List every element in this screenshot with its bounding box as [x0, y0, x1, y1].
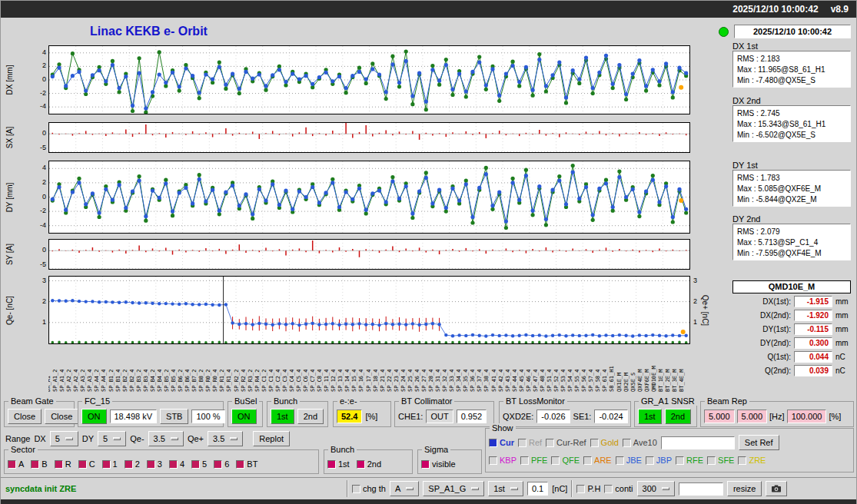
- fc15-kv-value: 18.498 kV: [110, 410, 158, 423]
- sector-2-checkbox[interactable]: [125, 460, 133, 469]
- count-dropdown[interactable]: 300: [637, 481, 675, 496]
- sector-3-checkbox[interactable]: [147, 460, 155, 469]
- bpm-label: SP_B2_2: [122, 369, 128, 392]
- ph-item[interactable]: P.H: [576, 484, 600, 493]
- sector-5-checkbox[interactable]: [191, 460, 200, 469]
- bunch-2nd-item[interactable]: 2nd: [357, 459, 381, 469]
- sector-item-4[interactable]: 4: [169, 459, 184, 469]
- sector-item-b[interactable]: B: [31, 459, 47, 469]
- show-cur-item[interactable]: Cur: [489, 438, 514, 447]
- sector-item-1[interactable]: 1: [102, 459, 118, 469]
- gr-sensor-1st-button[interactable]: 1st: [638, 409, 662, 424]
- gold-checkbox[interactable]: [590, 439, 599, 447]
- cur-ref-checkbox[interactable]: [546, 439, 554, 447]
- sector-b-checkbox[interactable]: [31, 460, 39, 469]
- sector-item-bt[interactable]: BT: [236, 459, 257, 469]
- bunch-select-group: Bunch 1st 2nd: [267, 401, 328, 427]
- resize-button[interactable]: resize: [727, 481, 762, 496]
- chg-th-checkbox[interactable]: [352, 485, 360, 493]
- monitor-row-value: -1.920: [794, 310, 832, 321]
- bunch-2nd-checkbox[interactable]: [357, 460, 365, 469]
- rfe-checkbox[interactable]: [676, 456, 684, 465]
- sector-item-5[interactable]: 5: [191, 459, 207, 469]
- mode-dropdown[interactable]: A: [390, 481, 419, 496]
- sector-item-a[interactable]: A: [8, 459, 24, 469]
- range-dy-dropdown[interactable]: 5: [98, 431, 126, 446]
- sigma-visible-item[interactable]: visible: [421, 459, 456, 469]
- cur-checkbox[interactable]: [489, 439, 497, 447]
- range-qep-dropdown[interactable]: 3.5: [208, 431, 243, 446]
- bunch-1st-item[interactable]: 1st: [327, 459, 350, 469]
- bunch-1st-button[interactable]: 1st: [271, 409, 294, 424]
- show-jbe-item[interactable]: JBE: [616, 456, 642, 465]
- sector-item-2[interactable]: 2: [125, 459, 140, 469]
- are-checkbox[interactable]: [583, 456, 592, 465]
- aux-input[interactable]: [679, 482, 723, 496]
- menu-dash-icon: [65, 437, 73, 440]
- bpm-label: SP_28_4: [428, 369, 434, 392]
- monitor-row: DY(1st): -0.115 mm: [732, 323, 851, 335]
- bpm-label: QMD10E_M: [651, 366, 657, 392]
- jbe-checkbox[interactable]: [616, 456, 624, 465]
- monitor-row-value: 0.039: [794, 365, 832, 376]
- show-cur-ref-item[interactable]: Cur-Ref: [546, 438, 586, 447]
- show-pfe-item[interactable]: PFE: [520, 456, 547, 465]
- snapshot-button[interactable]: [766, 481, 787, 496]
- sector-6-checkbox[interactable]: [214, 460, 222, 469]
- stat-max: Max : 5.713@SP_C1_4: [737, 238, 846, 247]
- chg-th-item[interactable]: chg th: [352, 484, 386, 493]
- ph-checkbox[interactable]: [576, 485, 585, 493]
- replot-button[interactable]: Replot: [253, 431, 290, 446]
- conti-item[interactable]: conti: [604, 484, 633, 493]
- qfe-checkbox[interactable]: [551, 456, 560, 465]
- show-zre-item[interactable]: ZRE: [738, 456, 766, 465]
- y-tick-label: 4: [29, 48, 46, 57]
- show-ref-item[interactable]: Ref: [518, 438, 542, 447]
- bunch-dropdown[interactable]: 1st: [488, 481, 523, 496]
- beam-gate-close-button-2[interactable]: Close: [45, 409, 78, 424]
- fc15-on-button[interactable]: ON: [81, 409, 107, 424]
- conti-checkbox[interactable]: [604, 485, 613, 493]
- sector-4-checkbox[interactable]: [169, 460, 178, 469]
- stat-rms: RMS : 2.745: [737, 109, 846, 118]
- show-are-item[interactable]: ARE: [583, 456, 612, 465]
- bpm-label: SP_24_4: [400, 369, 407, 392]
- show-sfe-item[interactable]: SFE: [707, 456, 734, 465]
- sector-item-r[interactable]: R: [55, 459, 71, 469]
- sector-item-c[interactable]: C: [78, 459, 95, 469]
- sector-item-6[interactable]: 6: [214, 459, 229, 469]
- ref-checkbox[interactable]: [518, 439, 526, 447]
- busel-on-button[interactable]: ON: [231, 409, 257, 424]
- sector-bt-checkbox[interactable]: [236, 460, 244, 469]
- range-dx-dropdown[interactable]: 5: [50, 431, 78, 446]
- bunch-2nd-button[interactable]: 2nd: [297, 409, 324, 424]
- fc15-stb-button[interactable]: STB: [160, 409, 188, 424]
- gr-sensor-2nd-button[interactable]: 2nd: [665, 409, 691, 424]
- sector-item-3[interactable]: 3: [147, 459, 162, 469]
- pfe-checkbox[interactable]: [520, 456, 529, 465]
- set-ref-input[interactable]: [661, 436, 735, 449]
- sigma-visible-checkbox[interactable]: [421, 460, 430, 469]
- set-ref-button[interactable]: Set Ref: [739, 435, 779, 450]
- sfe-checkbox[interactable]: [707, 456, 716, 465]
- bunch-1st-checkbox[interactable]: [327, 460, 336, 469]
- bunch-filter-group-label: Bunch: [328, 445, 357, 454]
- device-dropdown[interactable]: SP_A1_G: [423, 481, 484, 496]
- ave10-checkbox[interactable]: [623, 439, 631, 447]
- sector-c-checkbox[interactable]: [78, 460, 87, 469]
- zre-checkbox[interactable]: [738, 456, 746, 465]
- kbp-checkbox[interactable]: [489, 456, 497, 465]
- show-jbp-item[interactable]: JBP: [646, 456, 672, 465]
- sector-a-checkbox[interactable]: [8, 460, 16, 469]
- show-qfe-item[interactable]: QFE: [551, 456, 580, 465]
- show-ave10-item[interactable]: Ave10: [623, 438, 657, 447]
- sector-r-checkbox[interactable]: [55, 460, 63, 469]
- sector-1-checkbox[interactable]: [102, 460, 111, 469]
- beam-gate-close-button-1[interactable]: Close: [8, 409, 42, 424]
- busel-group: BuSel ON: [228, 401, 263, 427]
- jbp-checkbox[interactable]: [646, 456, 654, 465]
- show-gold-item[interactable]: Gold: [590, 438, 619, 447]
- show-rfe-item[interactable]: RFE: [676, 456, 703, 465]
- range-qem-dropdown[interactable]: 3.5: [148, 431, 184, 446]
- show-kbp-item[interactable]: KBP: [489, 456, 517, 465]
